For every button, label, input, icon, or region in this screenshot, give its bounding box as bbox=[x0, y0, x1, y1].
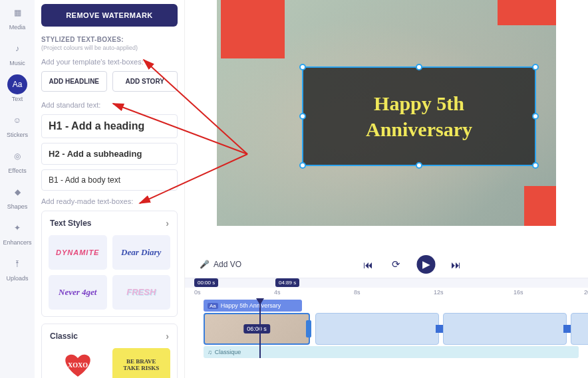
play-button[interactable]: ▶ bbox=[417, 255, 436, 274]
readymade-label: Add ready-made text-boxes: bbox=[41, 197, 178, 205]
decor-shape bbox=[221, 0, 285, 58]
add-story-button[interactable]: ADD STORY bbox=[112, 71, 178, 92]
resize-handle[interactable] bbox=[299, 64, 306, 70]
music-icon: ♪ bbox=[7, 39, 27, 58]
tool-media[interactable]: ▦ Media bbox=[3, 3, 32, 31]
media-icon: ▦ bbox=[7, 3, 27, 23]
video-clip[interactable] bbox=[443, 313, 567, 345]
resize-handle[interactable] bbox=[416, 64, 422, 70]
chevron-right-icon: › bbox=[166, 331, 169, 341]
music-note-icon: ♫ bbox=[208, 349, 212, 355]
decor-shape bbox=[498, 0, 556, 25]
selected-text-box[interactable]: Happy 5th Anniversary bbox=[302, 66, 536, 166]
add-h2-subheading[interactable]: H2 - Add a subheading bbox=[41, 143, 178, 165]
svg-text:XOXO: XOXO bbox=[68, 361, 88, 369]
add-voiceover-button[interactable]: 🎤 Add VO bbox=[200, 260, 241, 269]
loop-button[interactable]: ⟳ bbox=[389, 257, 404, 272]
text-box-content[interactable]: Happy 5th Anniversary bbox=[366, 90, 472, 142]
classic-header[interactable]: Classic › bbox=[42, 324, 177, 348]
tool-uploads[interactable]: ⭱ Uploads bbox=[3, 254, 32, 282]
resize-handle[interactable] bbox=[416, 162, 422, 169]
next-button[interactable]: ⏭ bbox=[449, 257, 464, 272]
video-clip[interactable] bbox=[315, 313, 439, 345]
video-clip[interactable] bbox=[571, 313, 588, 345]
style-be-brave[interactable]: BE BRAVE TAKE RISKS bbox=[112, 348, 171, 378]
style-dynamite[interactable]: DYNAMITE bbox=[49, 235, 107, 270]
clip-duration-tag: 06:00 s bbox=[243, 324, 270, 333]
text-track[interactable]: Aa Happy 5th Anniversary bbox=[194, 300, 579, 312]
add-h1-heading[interactable]: H1 - Add a heading bbox=[41, 114, 178, 138]
text-badge: Aa bbox=[208, 303, 218, 309]
add-headline-button[interactable]: ADD HEADLINE bbox=[41, 71, 107, 92]
stickers-icon: ☺ bbox=[7, 110, 27, 130]
text-styles-card: Text Styles › DYNAMITE Dear Diary Never … bbox=[41, 211, 178, 317]
time-chip-start: 00:00 s bbox=[194, 278, 218, 287]
canvas-area: Happy 5th Anniversary bbox=[185, 0, 588, 234]
classic-title: Classic bbox=[50, 331, 78, 341]
uploads-icon: ⭱ bbox=[7, 254, 27, 274]
time-ruler[interactable]: 0s 4s 8s 12s 16s 20s bbox=[185, 288, 588, 298]
style-fresh[interactable]: FRESH bbox=[112, 275, 171, 310]
stylized-title: STYLIZED TEXT-BOXES: bbox=[41, 36, 178, 43]
tool-effects[interactable]: ◎ Effects bbox=[3, 146, 32, 174]
text-icon: Aa bbox=[7, 74, 27, 94]
style-never-4get[interactable]: Never 4get bbox=[49, 275, 107, 310]
audio-label: Classique bbox=[215, 349, 241, 355]
time-bar: 00:00 s 04:89 s bbox=[185, 278, 588, 288]
stylized-subtitle: (Project colours will be auto-applied) bbox=[41, 45, 178, 51]
resize-handle[interactable] bbox=[299, 162, 306, 169]
video-preview[interactable]: Happy 5th Anniversary bbox=[217, 0, 556, 226]
video-track[interactable]: 06:00 s bbox=[194, 313, 579, 345]
remove-watermark-button[interactable]: REMOVE WATERMARK bbox=[41, 4, 178, 27]
enhancers-icon: ✦ bbox=[7, 218, 27, 238]
text-clip[interactable]: Aa Happy 5th Anniversary bbox=[204, 300, 302, 312]
add-b1-body[interactable]: B1 - Add a body text bbox=[41, 169, 178, 191]
style-dear-diary[interactable]: Dear Diary bbox=[112, 235, 171, 270]
text-styles-header[interactable]: Text Styles › bbox=[42, 211, 177, 235]
decor-shape bbox=[524, 186, 556, 226]
resize-handle[interactable] bbox=[532, 162, 539, 169]
audio-track[interactable]: ♫ Classique bbox=[194, 346, 579, 358]
tool-shapes[interactable]: ◆ Shapes bbox=[3, 182, 32, 210]
tool-enhancers[interactable]: ✦ Enhancers bbox=[3, 218, 32, 246]
shapes-icon: ◆ bbox=[7, 182, 27, 202]
time-chip-mark: 04:89 s bbox=[275, 278, 299, 287]
tool-text[interactable]: Aa Text bbox=[3, 74, 32, 102]
playhead[interactable] bbox=[259, 300, 261, 358]
microphone-icon: 🎤 bbox=[200, 260, 210, 269]
resize-handle[interactable] bbox=[299, 113, 306, 120]
left-toolbar: ▦ Media ♪ Music Aa Text ☺ Stickers ◎ Eff… bbox=[0, 0, 35, 378]
resize-handle[interactable] bbox=[532, 64, 539, 70]
timeline[interactable]: 00:00 s 04:89 s 0s 4s 8s 12s 16s 20s Aa … bbox=[185, 278, 588, 378]
style-xoxo-heart[interactable]: XOXO bbox=[49, 348, 107, 378]
chevron-right-icon: › bbox=[166, 218, 169, 229]
resize-handle[interactable] bbox=[532, 113, 539, 120]
prev-button[interactable]: ⏮ bbox=[361, 257, 376, 272]
tool-stickers[interactable]: ☺ Stickers bbox=[3, 110, 32, 138]
classic-card: Classic › XOXO BE BRAVE TAKE RISKS bbox=[41, 324, 178, 378]
video-clip-active[interactable]: 06:00 s bbox=[204, 313, 310, 345]
tool-music[interactable]: ♪ Music bbox=[3, 39, 32, 66]
text-clip-label: Happy 5th Anniversary bbox=[221, 302, 281, 309]
effects-icon: ◎ bbox=[7, 146, 27, 166]
standard-text-label: Add standard text: bbox=[41, 101, 178, 109]
text-styles-title: Text Styles bbox=[50, 219, 91, 228]
player-controls: 🎤 Add VO ⏮ ⟳ ▶ ⏭ bbox=[185, 251, 588, 278]
template-textboxes-label: Add your template's text-boxes: bbox=[41, 58, 178, 66]
text-panel[interactable]: REMOVE WATERMARK STYLIZED TEXT-BOXES: (P… bbox=[35, 0, 185, 378]
